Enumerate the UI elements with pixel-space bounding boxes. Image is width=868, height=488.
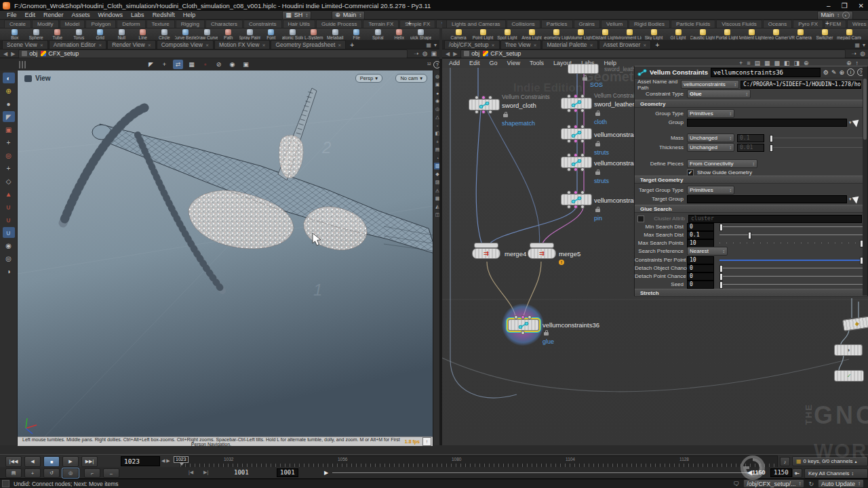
chevron-down-icon[interactable]: ▾ bbox=[849, 197, 852, 202]
show-guide-checkbox[interactable]: ✔ bbox=[687, 169, 694, 176]
seed-slider[interactable] bbox=[719, 281, 863, 288]
keys-info-button[interactable]: ▦ 0 keys, 0/0 channels▴ bbox=[792, 456, 868, 466]
shelf-set-combo[interactable]: ▦ SH↕ bbox=[282, 11, 311, 20]
detach-obj-slider[interactable] bbox=[719, 264, 863, 272]
viewport-tool-icon[interactable]: ▫ bbox=[200, 60, 210, 69]
constraint-type-combo[interactable]: Glue↕ bbox=[687, 89, 751, 98]
menu-item[interactable]: Windows bbox=[94, 12, 127, 18]
shelf-tool[interactable]: L-System bbox=[303, 29, 325, 40]
step-forward-icon[interactable]: ▶| bbox=[203, 470, 208, 475]
viewport-side-tool-icon[interactable]: ∪ bbox=[3, 214, 15, 225]
viewport-side-tool-icon[interactable]: ◎ bbox=[3, 150, 15, 161]
add-pane-tab-button[interactable]: + bbox=[347, 41, 357, 49]
tab-close-icon[interactable]: ✕ bbox=[492, 43, 495, 47]
viewport-side-tool-icon[interactable]: ◎ bbox=[3, 253, 15, 264]
shelf-tool[interactable]: Draw Curve bbox=[197, 29, 218, 40]
range-slider-track[interactable] bbox=[332, 472, 747, 473]
desktop-right-combo[interactable]: Main↕ ◐ bbox=[817, 11, 853, 20]
path-bar-controls[interactable]: ➝◍ bbox=[852, 50, 865, 57]
chevron-down-icon[interactable]: ▾ bbox=[849, 120, 852, 125]
viewport-tool-icon[interactable]: ◤ bbox=[146, 60, 156, 69]
shelf-tab[interactable]: Viscous Fluids bbox=[716, 20, 762, 28]
camera-button[interactable]: No cam▾ bbox=[395, 74, 427, 83]
shelf-tool[interactable]: Torus bbox=[68, 29, 90, 40]
brush-icon[interactable]: ✎ bbox=[831, 69, 837, 76]
node-merge4[interactable]: ⇉ bbox=[472, 248, 500, 259]
shelf-tab[interactable]: Oceans bbox=[763, 20, 793, 28]
shelf-tab[interactable]: Wires bbox=[847, 20, 868, 28]
min-search-slider[interactable] bbox=[719, 223, 863, 230]
menu-item[interactable]: Help bbox=[179, 12, 200, 18]
back-icon[interactable]: ◀ bbox=[446, 51, 450, 57]
message-log-icon[interactable] bbox=[2, 480, 9, 487]
shelf-tool[interactable]: Helix bbox=[389, 29, 410, 40]
section-glue-search[interactable]: Glue Search bbox=[635, 205, 867, 213]
shelf-tab[interactable]: Particle Fluids bbox=[671, 20, 715, 28]
refresh-icon[interactable]: ↻ bbox=[808, 481, 814, 487]
node-sword-leather[interactable] bbox=[561, 98, 592, 109]
go-to-start-button[interactable]: |◀◀ bbox=[5, 456, 22, 467]
shelf-tab[interactable]: Polygon bbox=[85, 20, 116, 28]
tab-close-icon[interactable]: ✕ bbox=[338, 43, 341, 47]
step-back-icon[interactable]: |◀ bbox=[189, 470, 193, 475]
shelf-tab[interactable]: Deform bbox=[117, 20, 145, 28]
range-end-field[interactable]: 1150 bbox=[770, 468, 792, 477]
min-search-field[interactable]: 0 bbox=[687, 223, 714, 231]
loop-icon[interactable]: ↺ bbox=[43, 468, 60, 478]
go-to-end-button[interactable]: ▶▶| bbox=[81, 456, 98, 467]
detach-obj-field[interactable]: 0 bbox=[687, 264, 714, 272]
pane-tab[interactable]: Tree View✕ bbox=[500, 40, 542, 49]
define-pieces-combo[interactable]: From Connectivity↕ bbox=[687, 159, 757, 168]
shelf-tool[interactable]: Null bbox=[111, 29, 133, 40]
target-group-field[interactable] bbox=[687, 195, 847, 203]
range-bracket-icon[interactable]: ⌐ bbox=[84, 468, 100, 478]
shelf-tab[interactable]: Guide Process bbox=[316, 20, 362, 28]
menu-item[interactable]: File bbox=[3, 12, 21, 18]
network-menu-item[interactable]: Add bbox=[445, 59, 464, 67]
pick-geometry-arrow-icon[interactable] bbox=[852, 194, 861, 203]
pane-tab[interactable]: Render View✕ bbox=[107, 40, 156, 49]
range-slider-right-handle[interactable]: ◀1150 bbox=[747, 469, 765, 476]
stop-button[interactable]: ■ bbox=[43, 456, 60, 467]
node-sword-cloth[interactable] bbox=[469, 99, 500, 110]
viewport-tool-icon[interactable]: ⊘ bbox=[214, 60, 224, 69]
network-menu-item[interactable]: Go bbox=[486, 59, 502, 67]
shelf-tab[interactable]: Create bbox=[4, 20, 31, 28]
restore-button[interactable]: ❐ bbox=[842, 2, 848, 9]
frame-stepper-icon[interactable]: ◀ ▶ bbox=[161, 458, 170, 464]
shelf-tool[interactable]: Point Light bbox=[471, 29, 495, 40]
minimize-button[interactable]: – bbox=[827, 2, 831, 9]
menu-item[interactable]: Labs bbox=[127, 12, 149, 18]
pane-tab[interactable]: /obj/CFX_setup✕ bbox=[444, 40, 500, 49]
max-points-slider[interactable] bbox=[719, 239, 863, 247]
shelf-tab[interactable]: Particles bbox=[541, 20, 573, 28]
shelf-tab[interactable]: Rigging bbox=[176, 20, 205, 28]
viewport-tool-icon[interactable]: ◉ bbox=[227, 60, 237, 69]
pane-tab[interactable]: Motion FX View✕ bbox=[214, 40, 270, 49]
node-vellumconstraints36[interactable] bbox=[508, 319, 539, 331]
shelf-tab[interactable]: Terrain FX bbox=[363, 20, 399, 28]
network-menu-item[interactable]: Tools bbox=[526, 59, 548, 67]
play-button[interactable]: ▶ bbox=[62, 456, 79, 467]
key-icon[interactable]: 🔑︎ bbox=[792, 468, 802, 478]
shelf-tool[interactable]: Distant Light bbox=[593, 29, 617, 40]
tab-close-icon[interactable]: ✕ bbox=[262, 43, 265, 47]
node-name-field[interactable]: vellumconstraints36 bbox=[711, 68, 821, 77]
shelf-tool[interactable]: Tube bbox=[47, 29, 68, 40]
node-merge5[interactable]: ⇉ bbox=[528, 248, 556, 259]
shelf-tool[interactable]: Path bbox=[218, 29, 239, 40]
max-points-field[interactable]: 10 bbox=[687, 239, 714, 247]
shelf-tab[interactable]: Vellum bbox=[601, 20, 628, 28]
asset-name-combo[interactable]: vellumconstraints↕ bbox=[681, 80, 739, 89]
shelf-tab[interactable]: Lights and Cameras bbox=[446, 20, 506, 28]
viewport-side-tool-icon[interactable]: ◐ bbox=[3, 73, 15, 83]
menu-item[interactable]: Redshift bbox=[149, 12, 179, 18]
shelf-tool[interactable]: GI Light bbox=[666, 29, 690, 40]
viewport-side-tool-icon[interactable]: ◇ bbox=[3, 176, 15, 186]
pane-tab[interactable]: Scene View✕ bbox=[2, 40, 48, 49]
target-group-type-combo[interactable]: Primitives↕ bbox=[687, 186, 734, 195]
shelf-tool[interactable]: Grid bbox=[90, 29, 111, 40]
tab-close-icon[interactable]: ✕ bbox=[40, 43, 43, 47]
cluster-checkbox[interactable] bbox=[637, 216, 644, 222]
pane-tab[interactable]: Material Palette✕ bbox=[542, 40, 597, 49]
